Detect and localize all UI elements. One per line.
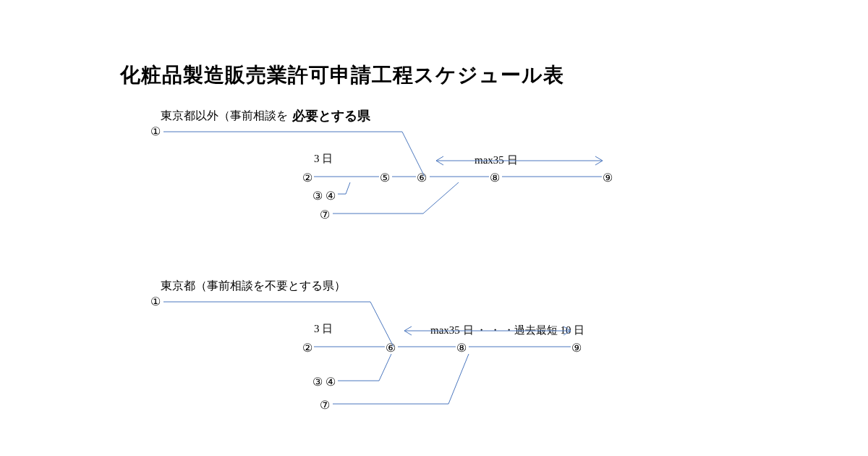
d2-connectors bbox=[0, 0, 868, 456]
